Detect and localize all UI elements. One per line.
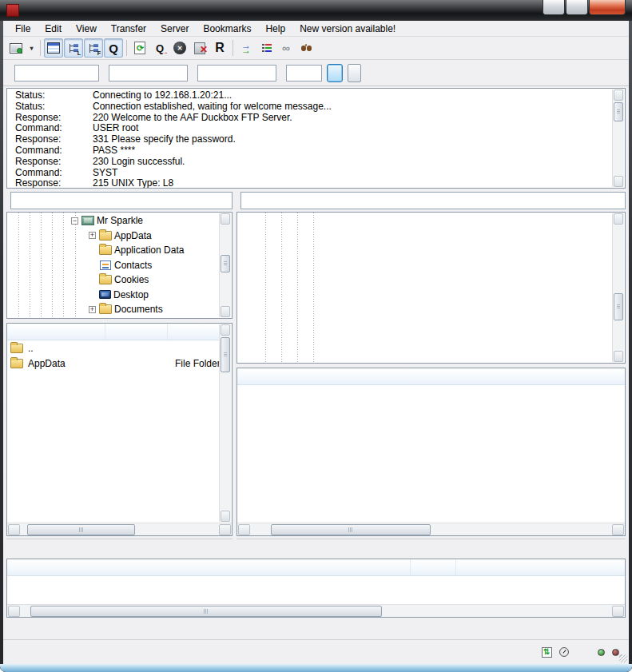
local-tree-scrollbar[interactable] [219, 213, 231, 317]
toggle-message-log-button[interactable] [44, 38, 63, 58]
column-header-direction[interactable] [411, 559, 456, 575]
scroll-left-icon[interactable] [238, 524, 250, 535]
scrollbar-thumb[interactable] [221, 337, 230, 372]
disconnect-button[interactable] [190, 38, 209, 58]
scroll-down-icon[interactable] [221, 511, 230, 522]
menu-item[interactable]: Bookmarks [196, 22, 258, 35]
toggle-queue-button[interactable]: Q [104, 38, 123, 58]
compare-directories-button[interactable] [237, 38, 256, 58]
AppData-button[interactable]: AppData File Folder [7, 356, 220, 371]
queue-hscrollbar[interactable] [7, 604, 625, 617]
local-tree-item[interactable]: − Mr Sparkle [7, 213, 232, 229]
column-header-local-file[interactable] [7, 559, 411, 575]
folder-icon [99, 304, 112, 314]
..-button[interactable]: .. [7, 340, 220, 356]
quickconnect-dropdown-button[interactable] [348, 64, 361, 82]
menu-item[interactable]: New version available! [292, 22, 403, 35]
local-list-hscrollbar[interactable] [7, 523, 232, 535]
site-manager-dropdown-button[interactable]: ▾ [26, 38, 37, 58]
toggle-local-tree-button[interactable] [64, 38, 83, 58]
column-header-filename[interactable] [237, 368, 625, 384]
scroll-right-icon[interactable] [612, 606, 624, 617]
column-header-filesize[interactable] [105, 324, 168, 340]
titlebar[interactable] [0, 0, 632, 21]
transfer-status-icon[interactable] [542, 647, 552, 658]
local-tree-item[interactable]: + AppData [7, 229, 232, 244]
scroll-left-icon[interactable] [8, 524, 20, 535]
scroll-up-icon[interactable] [614, 89, 623, 101]
remote-tree-scrollbar[interactable] [612, 213, 624, 362]
local-tree-item[interactable]: + Downloads [7, 317, 232, 320]
toolbar: ▾QQR∞ [3, 37, 629, 60]
menu-item[interactable]: Server [153, 22, 196, 35]
menu-item[interactable]: Help [258, 22, 292, 35]
local-tree-item[interactable]: Desktop [7, 288, 232, 303]
desktop-icon [99, 290, 111, 299]
tree-expander[interactable]: + [89, 306, 96, 313]
scroll-down-icon[interactable] [221, 306, 230, 317]
local-status-text [6, 539, 233, 555]
scroll-right-icon[interactable] [612, 524, 624, 535]
transfer-queue [6, 559, 626, 618]
scroll-up-icon[interactable] [614, 213, 623, 225]
speed-limits-icon[interactable] [559, 647, 569, 657]
log-scrollbar[interactable] [612, 89, 624, 187]
scrollbar-thumb[interactable] [614, 102, 623, 121]
maximize-button[interactable] [566, 0, 588, 15]
scrollbar-thumb[interactable] [614, 293, 623, 320]
quickconnect-button[interactable] [327, 64, 343, 82]
port-input[interactable] [286, 65, 322, 82]
scroll-left-icon[interactable] [8, 606, 20, 617]
tree-expander[interactable]: − [71, 217, 78, 225]
column-header-remote-file[interactable] [456, 559, 625, 575]
local-tree-item[interactable]: Application Data [7, 243, 232, 258]
menu-item[interactable]: File [8, 22, 38, 35]
reconnect-button[interactable]: R [210, 38, 229, 58]
log-line: Status: Connection established, waiting … [7, 101, 625, 113]
queue-body[interactable] [7, 576, 625, 604]
file-name: AppData [28, 358, 66, 369]
scrollbar-thumb[interactable] [30, 606, 382, 617]
toggle-remote-tree-button[interactable] [84, 38, 103, 58]
resize-grip[interactable] [619, 654, 627, 662]
scroll-down-icon[interactable] [614, 351, 623, 362]
password-input[interactable] [197, 65, 276, 82]
local-tree-item[interactable]: Cookies [7, 272, 232, 288]
username-input[interactable] [109, 65, 188, 82]
tree-item-label: Downloads [112, 318, 164, 319]
remote-list-hscrollbar[interactable] [237, 523, 625, 535]
find-files-button[interactable] [296, 38, 316, 58]
log-line-type: Status: [7, 90, 93, 101]
scroll-right-icon[interactable] [219, 524, 231, 535]
scrollbar-thumb[interactable] [27, 524, 135, 535]
remote-pane [237, 192, 626, 555]
scrollbar-thumb[interactable] [221, 255, 230, 272]
close-button[interactable] [589, 0, 626, 15]
scroll-up-icon[interactable] [221, 324, 230, 336]
local-site-combo[interactable] [10, 192, 233, 209]
menu-item[interactable]: Edit [38, 22, 69, 35]
user-folder-icon [81, 216, 94, 225]
tree-expander[interactable]: + [89, 232, 96, 239]
site-manager-button[interactable] [6, 38, 26, 58]
column-header-filetype[interactable] [168, 324, 220, 340]
cancel-button[interactable] [170, 38, 189, 58]
menu-item[interactable]: View [69, 22, 104, 35]
column-header-filename[interactable] [7, 324, 105, 340]
filter-button[interactable] [256, 38, 276, 58]
minimize-button[interactable] [543, 0, 565, 15]
menu-item[interactable]: Transfer [104, 22, 153, 35]
process-queue-button[interactable]: Q [150, 38, 169, 58]
scroll-up-icon[interactable] [221, 213, 230, 225]
log-line: Response: 230 Login successful. [7, 157, 625, 168]
host-input[interactable] [14, 65, 99, 82]
scrollbar-thumb[interactable] [271, 524, 431, 535]
synchronized-browsing-button[interactable]: ∞ [276, 38, 296, 58]
remote-site-combo[interactable] [240, 192, 626, 209]
local-tree-item[interactable]: Contacts [7, 258, 232, 273]
local-tree-item[interactable]: + Documents [7, 302, 232, 317]
refresh-button[interactable] [130, 38, 149, 58]
file-name: .. [28, 343, 34, 354]
scroll-down-icon[interactable] [614, 176, 623, 187]
local-list-scrollbar[interactable] [219, 324, 231, 522]
